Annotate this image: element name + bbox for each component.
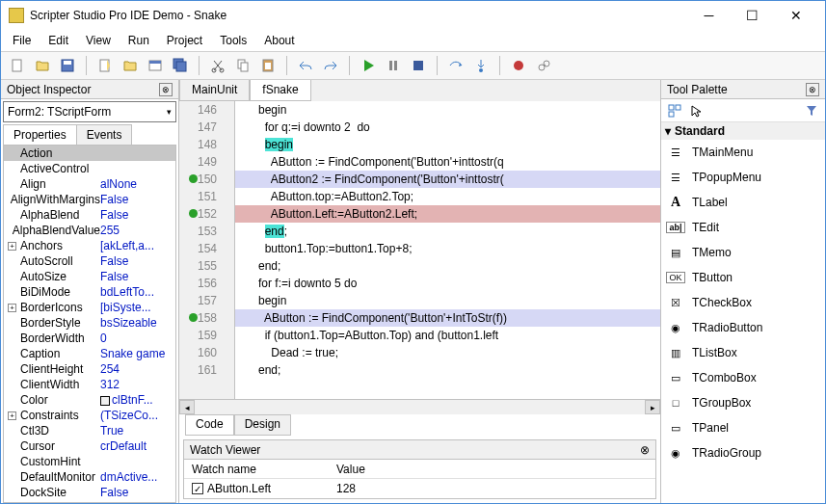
property-row[interactable]: DefaultMonitordmActive... — [4, 469, 175, 485]
pin-icon[interactable]: ⊗ — [159, 83, 173, 96]
code-lines[interactable]: begin for q:=i downto 2 do begin AButton… — [235, 101, 660, 399]
open-project-button[interactable] — [120, 55, 141, 76]
close-button[interactable]: ✕ — [774, 2, 817, 29]
palette-item-label: TComboBox — [692, 371, 757, 385]
property-row[interactable]: AutoSizeFalse — [4, 269, 175, 284]
tab-events[interactable]: Events — [76, 124, 133, 145]
palette-cursor-icon[interactable] — [686, 101, 706, 120]
undo-button[interactable] — [295, 55, 316, 76]
minimize-button[interactable]: ─ — [687, 2, 731, 29]
palette-categories-icon[interactable] — [665, 101, 684, 120]
scroll-right-icon[interactable]: ▸ — [645, 400, 660, 414]
component-icon: ▤ — [665, 242, 686, 263]
palette-item[interactable]: ☰TPopupMenu — [661, 165, 825, 190]
property-row[interactable]: Ctl3DTrue — [4, 423, 175, 438]
property-row[interactable]: ClientHeight254 — [4, 361, 175, 377]
code-editor[interactable]: 1461471481491501511521531541551561571581… — [179, 101, 660, 399]
palette-filter-icon[interactable] — [802, 101, 821, 120]
palette-item[interactable]: □TGroupBox — [661, 390, 825, 415]
palette-item[interactable]: ☒TCheckBox — [661, 290, 825, 315]
palette-item[interactable]: ☰TMainMenu — [661, 140, 825, 165]
property-row[interactable]: BorderStylebsSizeable — [4, 315, 175, 331]
pin-icon[interactable]: ⊗ — [640, 443, 650, 457]
component-combo[interactable]: Form2: TScriptForm ▾ — [3, 101, 176, 122]
copy-button[interactable] — [232, 55, 253, 76]
palette-item[interactable]: ◉TRadioGroup — [661, 440, 825, 465]
collapse-icon: ▾ — [665, 124, 671, 138]
stop-button[interactable] — [408, 55, 429, 76]
property-row[interactable]: ColorclBtnF... — [4, 392, 175, 408]
svg-point-17 — [479, 68, 483, 72]
pause-button[interactable] — [383, 55, 404, 76]
palette-item[interactable]: ▭TPanel — [661, 415, 825, 440]
property-row[interactable]: CaptionSnake game — [4, 346, 175, 361]
property-row[interactable]: BiDiModebdLeftTo... — [4, 284, 175, 300]
property-row[interactable]: BorderWidth0 — [4, 331, 175, 346]
property-row[interactable]: CustomHint — [4, 454, 175, 469]
tab-design[interactable]: Design — [234, 414, 291, 436]
palette-item[interactable]: OKTButton — [661, 265, 825, 290]
watch-button[interactable] — [533, 55, 554, 76]
property-grid[interactable]: ActionActiveControlAlignalNoneAlignWithM… — [3, 146, 176, 503]
cut-button[interactable] — [207, 55, 228, 76]
step-over-button[interactable] — [445, 55, 466, 76]
property-row[interactable]: AlphaBlendFalse — [4, 207, 175, 223]
component-icon: □ — [665, 392, 686, 413]
redo-button[interactable] — [320, 55, 341, 76]
horizontal-scrollbar[interactable]: ◂ ▸ — [179, 399, 660, 414]
palette-item[interactable]: ◉TRadioButton — [661, 315, 825, 340]
palette-category[interactable]: ▾ Standard — [661, 122, 825, 140]
property-row[interactable]: +BorderIcons[biSyste... — [4, 300, 175, 315]
property-row[interactable]: CursorcrDefault — [4, 438, 175, 454]
open-button[interactable] — [32, 55, 53, 76]
property-row[interactable]: DockSiteFalse — [4, 485, 175, 500]
step-into-button[interactable] — [470, 55, 492, 76]
palette-item-label: TCheckBox — [692, 296, 752, 309]
palette-item[interactable]: ▥TListBox — [661, 340, 825, 365]
save-button[interactable] — [57, 55, 78, 76]
property-row[interactable]: ClientWidth312 — [4, 377, 175, 392]
gutter[interactable]: 1461471481491501511521531541551561571581… — [179, 101, 235, 399]
tab-code[interactable]: Code — [185, 414, 234, 436]
property-row[interactable]: AutoScrollFalse — [4, 253, 175, 269]
watch-checkbox[interactable]: ✓ — [192, 483, 203, 494]
property-row[interactable]: +Constraints(TSizeCo... — [4, 408, 175, 423]
menu-edit[interactable]: Edit — [40, 31, 76, 50]
paste-button[interactable] — [257, 55, 279, 76]
new-form-button[interactable] — [145, 55, 166, 76]
menu-tools[interactable]: Tools — [212, 31, 254, 50]
palette-item[interactable]: ab|TEdit — [661, 215, 825, 240]
save-all-button[interactable] — [170, 55, 191, 76]
property-row[interactable]: +Anchors[akLeft,a... — [4, 238, 175, 253]
new-unit-button[interactable] — [7, 55, 28, 76]
maximize-button[interactable]: ☐ — [731, 2, 774, 29]
menu-view[interactable]: View — [78, 31, 119, 50]
app-icon — [9, 8, 24, 23]
scroll-left-icon[interactable]: ◂ — [179, 400, 195, 414]
palette-item[interactable]: ▤TMemo — [661, 240, 825, 265]
breakpoint-button[interactable] — [508, 55, 529, 76]
menu-file[interactable]: File — [5, 31, 39, 50]
menu-project[interactable]: Project — [159, 31, 210, 50]
palette-item[interactable]: ATLabel — [661, 190, 825, 215]
tab-fsnake[interactable]: fSnake — [250, 80, 310, 101]
watch-col-value[interactable]: Value — [329, 460, 373, 478]
tab-properties[interactable]: Properties — [3, 124, 77, 145]
tool-palette-panel: Tool Palette ⊗ ▾ Standard ☰TMainMenu☰TPo… — [661, 80, 825, 503]
tab-mainunit[interactable]: MainUnit — [179, 80, 250, 101]
new-project-button[interactable] — [94, 55, 116, 76]
component-icon: ▥ — [665, 342, 686, 363]
menu-about[interactable]: About — [256, 31, 302, 50]
watch-row[interactable]: ✓AButton.Left128 — [184, 479, 655, 498]
palette-item[interactable]: ▭TComboBox — [661, 365, 825, 390]
watch-col-name[interactable]: Watch name — [184, 460, 329, 478]
pin-icon[interactable]: ⊗ — [806, 83, 819, 96]
menu-run[interactable]: Run — [120, 31, 157, 50]
property-row[interactable]: AlignalNone — [4, 176, 175, 192]
run-button[interactable] — [358, 55, 379, 76]
property-row[interactable]: ActiveControl — [4, 161, 175, 176]
property-row[interactable]: AlphaBlendValue255 — [4, 223, 175, 238]
component-icon: ☰ — [665, 142, 686, 163]
property-row[interactable]: AlignWithMarginsFalse — [4, 192, 175, 207]
property-row[interactable]: Action — [4, 146, 175, 161]
